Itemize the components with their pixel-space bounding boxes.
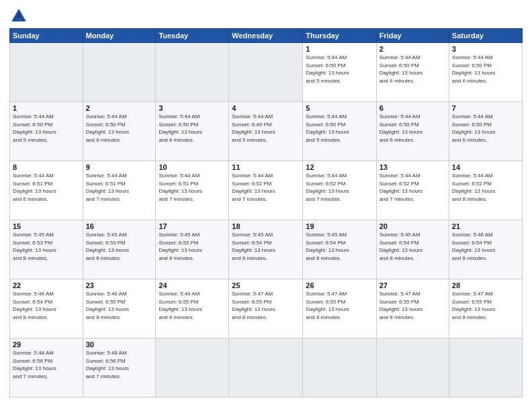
day-number: 7	[452, 104, 519, 112]
day-number: 6	[380, 104, 446, 112]
header-cell-tuesday: Tuesday	[156, 29, 229, 43]
header-row: SundayMondayTuesdayWednesdayThursdayFrid…	[10, 29, 523, 43]
day-info: Sunrise: 5:44 AMSunset: 6:50 PMDaylight:…	[306, 113, 373, 144]
day-number: 19	[306, 222, 373, 230]
calendar-cell: 2Sunrise: 5:44 AMSunset: 6:50 PMDaylight…	[83, 102, 156, 161]
calendar-cell: 2Sunrise: 5:44 AMSunset: 6:50 PMDaylight…	[376, 43, 449, 102]
calendar-cell	[156, 43, 229, 102]
calendar-cell: 19Sunrise: 5:45 AMSunset: 6:54 PMDayligh…	[303, 220, 376, 279]
day-info: Sunrise: 5:45 AMSunset: 6:54 PMDaylight:…	[306, 231, 373, 262]
calendar-cell	[229, 338, 303, 398]
day-info: Sunrise: 5:44 AMSunset: 6:49 PMDaylight:…	[232, 113, 300, 144]
day-number: 24	[159, 281, 226, 289]
day-info: Sunrise: 5:44 AMSunset: 6:50 PMDaylight:…	[159, 113, 226, 144]
day-number: 4	[232, 104, 300, 112]
day-info: Sunrise: 5:46 AMSunset: 6:54 PMDaylight:…	[13, 290, 80, 321]
day-number: 21	[452, 222, 519, 230]
day-number: 25	[232, 281, 300, 289]
week-row: 1Sunrise: 5:44 AMSunset: 6:50 PMDaylight…	[10, 43, 523, 102]
calendar-cell: 21Sunrise: 5:46 AMSunset: 6:54 PMDayligh…	[449, 220, 522, 279]
day-number: 28	[452, 281, 519, 289]
day-info: Sunrise: 5:47 AMSunset: 6:55 PMDaylight:…	[232, 290, 300, 321]
day-info: Sunrise: 5:47 AMSunset: 6:55 PMDaylight:…	[452, 290, 519, 321]
day-info: Sunrise: 5:45 AMSunset: 6:53 PMDaylight:…	[159, 231, 226, 262]
day-info: Sunrise: 5:45 AMSunset: 6:53 PMDaylight:…	[13, 231, 80, 262]
day-number: 22	[13, 281, 80, 289]
header-cell-friday: Friday	[376, 29, 449, 43]
calendar-cell: 27Sunrise: 5:47 AMSunset: 6:55 PMDayligh…	[376, 279, 449, 338]
day-number: 17	[159, 222, 226, 230]
day-number: 14	[452, 163, 519, 171]
calendar-cell: 8Sunrise: 5:44 AMSunset: 6:51 PMDaylight…	[10, 161, 83, 220]
day-info: Sunrise: 5:45 AMSunset: 6:54 PMDaylight:…	[380, 231, 446, 262]
day-number: 18	[232, 222, 300, 230]
day-info: Sunrise: 5:44 AMSunset: 6:50 PMDaylight:…	[380, 113, 446, 144]
day-number: 29	[13, 340, 80, 349]
day-number: 9	[86, 163, 153, 171]
calendar-cell: 22Sunrise: 5:46 AMSunset: 6:54 PMDayligh…	[10, 279, 83, 338]
day-number: 11	[232, 163, 300, 171]
header-cell-monday: Monday	[83, 29, 156, 43]
day-number: 2	[86, 104, 153, 112]
header-cell-wednesday: Wednesday	[229, 29, 303, 43]
calendar-cell	[303, 338, 376, 398]
svg-rect-2	[15, 18, 21, 21]
day-info: Sunrise: 5:44 AMSunset: 6:52 PMDaylight:…	[306, 172, 373, 203]
week-row: 1Sunrise: 5:44 AMSunset: 6:50 PMDaylight…	[10, 102, 523, 161]
day-info: Sunrise: 5:44 AMSunset: 6:50 PMDaylight:…	[452, 54, 519, 85]
day-number: 20	[380, 222, 446, 230]
calendar-cell	[376, 338, 449, 398]
calendar-cell: 3Sunrise: 5:44 AMSunset: 6:50 PMDaylight…	[449, 43, 522, 102]
day-info: Sunrise: 5:44 AMSunset: 6:50 PMDaylight:…	[380, 54, 446, 85]
day-number: 10	[159, 163, 226, 171]
day-info: Sunrise: 5:48 AMSunset: 6:56 PMDaylight:…	[13, 349, 80, 380]
day-info: Sunrise: 5:44 AMSunset: 6:52 PMDaylight:…	[380, 172, 446, 203]
calendar-cell: 29Sunrise: 5:48 AMSunset: 6:56 PMDayligh…	[10, 338, 83, 398]
calendar-cell: 23Sunrise: 5:46 AMSunset: 6:55 PMDayligh…	[83, 279, 156, 338]
calendar-cell: 17Sunrise: 5:45 AMSunset: 6:53 PMDayligh…	[156, 220, 229, 279]
day-number: 16	[86, 222, 153, 230]
day-number: 3	[452, 45, 519, 53]
day-info: Sunrise: 5:46 AMSunset: 6:54 PMDaylight:…	[452, 231, 519, 262]
day-number: 27	[380, 281, 446, 289]
calendar-cell	[156, 338, 229, 398]
day-number: 1	[13, 104, 80, 112]
day-number: 2	[380, 45, 446, 53]
calendar-cell	[10, 43, 83, 102]
calendar-cell	[229, 43, 303, 102]
day-info: Sunrise: 5:47 AMSunset: 6:55 PMDaylight:…	[306, 290, 373, 321]
calendar-cell: 5Sunrise: 5:44 AMSunset: 6:50 PMDaylight…	[303, 102, 376, 161]
calendar-cell: 12Sunrise: 5:44 AMSunset: 6:52 PMDayligh…	[303, 161, 376, 220]
calendar-cell: 11Sunrise: 5:44 AMSunset: 6:52 PMDayligh…	[229, 161, 303, 220]
calendar-cell: 9Sunrise: 5:44 AMSunset: 6:51 PMDaylight…	[83, 161, 156, 220]
calendar-cell: 7Sunrise: 5:44 AMSunset: 6:50 PMDaylight…	[449, 102, 522, 161]
day-info: Sunrise: 5:44 AMSunset: 6:50 PMDaylight:…	[86, 113, 153, 144]
day-number: 30	[86, 340, 153, 349]
calendar-cell: 4Sunrise: 5:44 AMSunset: 6:49 PMDaylight…	[229, 102, 303, 161]
calendar-cell: 24Sunrise: 5:46 AMSunset: 6:55 PMDayligh…	[156, 279, 229, 338]
day-info: Sunrise: 5:47 AMSunset: 6:55 PMDaylight:…	[380, 290, 446, 321]
logo	[9, 7, 31, 26]
calendar-cell	[83, 43, 156, 102]
calendar-cell: 30Sunrise: 5:48 AMSunset: 6:56 PMDayligh…	[83, 338, 156, 398]
calendar-cell: 13Sunrise: 5:44 AMSunset: 6:52 PMDayligh…	[376, 161, 449, 220]
day-number: 15	[13, 222, 80, 230]
day-info: Sunrise: 5:45 AMSunset: 6:53 PMDaylight:…	[86, 231, 153, 262]
calendar-cell	[449, 338, 522, 398]
day-info: Sunrise: 5:44 AMSunset: 6:51 PMDaylight:…	[13, 172, 80, 203]
page: SundayMondayTuesdayWednesdayThursdayFrid…	[0, 0, 532, 411]
calendar-cell: 6Sunrise: 5:44 AMSunset: 6:50 PMDaylight…	[376, 102, 449, 161]
day-info: Sunrise: 5:44 AMSunset: 6:50 PMDaylight:…	[452, 113, 519, 144]
calendar-cell: 18Sunrise: 5:45 AMSunset: 6:54 PMDayligh…	[229, 220, 303, 279]
header-cell-thursday: Thursday	[303, 29, 376, 43]
header-cell-sunday: Sunday	[10, 29, 83, 43]
day-info: Sunrise: 5:44 AMSunset: 6:52 PMDaylight:…	[452, 172, 519, 203]
day-info: Sunrise: 5:44 AMSunset: 6:50 PMDaylight:…	[13, 113, 80, 144]
day-info: Sunrise: 5:44 AMSunset: 6:51 PMDaylight:…	[86, 172, 153, 203]
day-info: Sunrise: 5:45 AMSunset: 6:54 PMDaylight:…	[232, 231, 300, 262]
calendar-cell: 16Sunrise: 5:45 AMSunset: 6:53 PMDayligh…	[83, 220, 156, 279]
calendar-cell: 1Sunrise: 5:44 AMSunset: 6:50 PMDaylight…	[10, 102, 83, 161]
week-row: 29Sunrise: 5:48 AMSunset: 6:56 PMDayligh…	[10, 338, 523, 398]
day-number: 3	[159, 104, 226, 112]
day-number: 23	[86, 281, 153, 289]
